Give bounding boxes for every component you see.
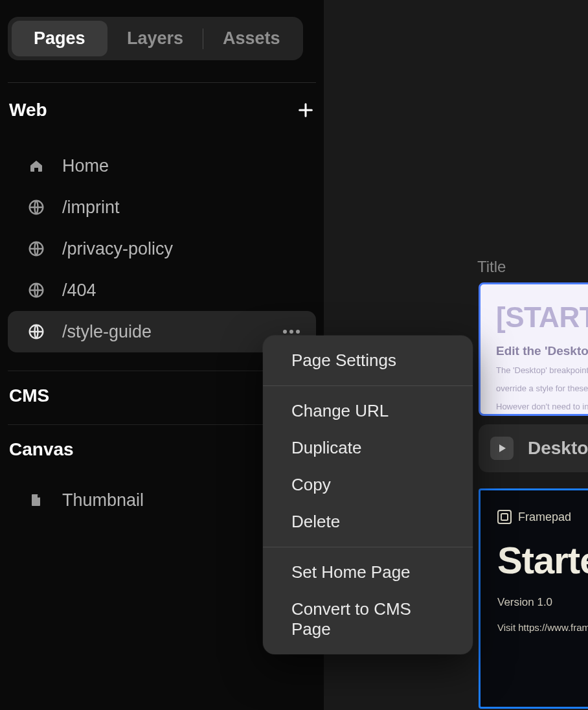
section-header-web: Web	[8, 100, 316, 120]
add-page-button[interactable]	[297, 101, 315, 119]
menu-change-url[interactable]: Change URL	[263, 393, 473, 429]
play-icon	[497, 443, 507, 453]
page-item-404[interactable]: /404	[8, 269, 316, 311]
framepad-logo-icon	[497, 510, 512, 524]
page-label: /404	[62, 281, 304, 301]
page-label: /style-guide	[62, 322, 262, 342]
tab-assets[interactable]: Assets	[203, 21, 299, 56]
darkcard-heading: Starter	[497, 538, 588, 582]
svg-point-4	[283, 330, 287, 334]
preview-heading: [START H	[496, 301, 588, 334]
frame-title-label[interactable]: Title	[477, 258, 506, 276]
menu-copy[interactable]: Copy	[263, 466, 473, 503]
frame-desktop-preview[interactable]: Framepad Starter Version 1.0 Visit https…	[479, 488, 588, 709]
tab-pages[interactable]: Pages	[12, 21, 107, 56]
canvas-item-label: Thumbnail	[62, 490, 144, 510]
menu-page-settings[interactable]: Page Settings	[263, 342, 473, 379]
brand-name: Framepad	[518, 510, 571, 524]
tab-layers[interactable]: Layers	[107, 21, 203, 56]
page-label: Home	[62, 156, 304, 176]
page-item-privacy-policy[interactable]: /privacy-policy	[8, 228, 316, 269]
brand-row: Framepad	[497, 510, 588, 524]
preview-subheading: Edit the 'Desktop' b	[496, 344, 588, 358]
svg-point-6	[296, 330, 300, 334]
preview-body-line: The 'Desktop' breakpoint is where	[496, 365, 588, 376]
globe-icon	[27, 281, 45, 299]
globe-icon	[27, 198, 45, 216]
panel-tabs: Pages Layers Assets	[8, 17, 303, 60]
page-label: /privacy-policy	[62, 239, 304, 259]
page-item-home[interactable]: Home	[8, 145, 316, 187]
file-icon	[27, 491, 45, 509]
divider	[8, 82, 316, 83]
svg-point-5	[289, 330, 293, 334]
plus-icon	[297, 101, 315, 119]
svg-rect-8	[501, 514, 508, 520]
globe-icon	[27, 323, 45, 341]
section-title-web: Web	[9, 100, 47, 120]
page-label: /imprint	[62, 198, 304, 218]
menu-set-home-page[interactable]: Set Home Page	[263, 554, 473, 591]
svg-rect-7	[498, 510, 511, 523]
play-button[interactable]	[490, 437, 514, 460]
frame-title-preview[interactable]: [START H Edit the 'Desktop' b The 'Deskt…	[479, 282, 588, 416]
preview-body-line: However don't need to interact w	[496, 401, 588, 413]
menu-convert-cms[interactable]: Convert to CMS Page	[263, 591, 473, 648]
more-icon	[282, 329, 301, 334]
page-list: Home /imprint /privacy-policy /404 /styl	[8, 145, 316, 352]
home-icon	[27, 157, 45, 175]
sidebar: Pages Layers Assets Web Home /imprint	[0, 0, 324, 710]
darkcard-version: Version 1.0	[497, 596, 588, 609]
page-context-menu: Page Settings Change URL Duplicate Copy …	[263, 336, 473, 654]
menu-duplicate[interactable]: Duplicate	[263, 429, 473, 466]
preview-body-line: override a style for these smaller	[496, 383, 588, 395]
breakpoint-label: Desktop	[528, 438, 588, 459]
page-item-imprint[interactable]: /imprint	[8, 187, 316, 228]
globe-icon	[27, 240, 45, 258]
menu-delete[interactable]: Delete	[263, 503, 473, 540]
breakpoint-chip-desktop[interactable]: Desktop	[479, 424, 588, 472]
darkcard-visit: Visit https://www.framepad.co/st	[497, 622, 588, 633]
